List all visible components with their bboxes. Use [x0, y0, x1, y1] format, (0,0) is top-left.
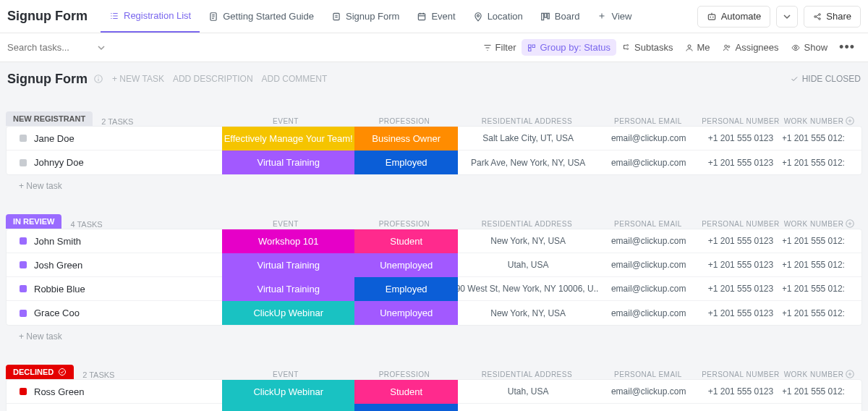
status-square-icon[interactable]	[20, 159, 27, 166]
work-number-cell[interactable]: +1 201 555 012:	[783, 308, 845, 318]
address-cell[interactable]: Utah, USA	[458, 260, 598, 270]
add-description-button[interactable]: ADD DESCRIPTION	[173, 74, 253, 84]
share-button[interactable]: Share	[804, 6, 861, 27]
name-cell[interactable]: Josh Green	[7, 260, 222, 271]
event-cell[interactable]: ClickUp Webinar	[222, 404, 354, 411]
filter-button[interactable]: Filter	[477, 39, 522, 56]
event-cell[interactable]: Virtual Training	[222, 151, 354, 174]
add-comment-button[interactable]: ADD COMMENT	[262, 74, 328, 84]
profession-cell[interactable]: Unemployed	[354, 253, 458, 277]
view-tab-view[interactable]: View	[589, 0, 641, 33]
column-header-event[interactable]: EVENT	[219, 370, 352, 378]
email-cell[interactable]: email@clickup.com	[598, 158, 699, 168]
table-row[interactable]: Robbie BlueVirtual TrainingEmployed90 We…	[7, 277, 861, 301]
table-row[interactable]: John SmithWorkshop 101StudentNew York, N…	[7, 229, 861, 253]
email-cell[interactable]: email@clickup.com	[598, 284, 699, 294]
name-cell[interactable]: Ross Green	[7, 386, 222, 397]
table-row[interactable]: Grace CooClickUp WebinarUnemployedNew Yo…	[7, 301, 861, 325]
address-cell[interactable]: Salt Lake City, UT, USA	[458, 133, 598, 143]
address-cell[interactable]: New York, NY, USA	[458, 236, 598, 246]
column-header-work-number[interactable]: WORK NUMBER	[783, 117, 845, 125]
add-column-button[interactable]	[845, 116, 862, 126]
view-tab-signup-form[interactable]: Signup Form	[323, 0, 408, 33]
personal-number-cell[interactable]: +1 201 555 0123	[699, 158, 782, 168]
email-cell[interactable]: email@clickup.com	[598, 133, 699, 143]
name-cell[interactable]: Johnyy Doe	[7, 157, 222, 168]
profession-cell[interactable]: Employed	[354, 151, 458, 174]
view-tab-getting-started-guide[interactable]: Getting Started Guide	[200, 0, 323, 33]
column-header-personal-email[interactable]: PERSONAL EMAIL	[597, 220, 699, 228]
table-row[interactable]: Jane DoeEffectively Manage Your Team!Bus…	[7, 127, 861, 151]
status-pill[interactable]: IN REVIEW	[6, 214, 61, 229]
address-cell[interactable]: Utah, USA	[458, 386, 598, 397]
work-number-cell[interactable]: +1 201 555 012:	[783, 386, 845, 397]
table-row[interactable]: Red SmithClickUp WebinarEmployedBrooklyn…	[7, 404, 861, 411]
profession-cell[interactable]: Business Owner	[354, 127, 458, 151]
column-header-profession[interactable]: PROFESSION	[352, 220, 456, 228]
email-cell[interactable]: email@clickup.com	[598, 236, 699, 246]
event-cell[interactable]: Virtual Training	[222, 277, 354, 301]
group-by-button[interactable]: Group by: Status	[522, 39, 616, 56]
view-tab-registration-list[interactable]: Registration List	[101, 0, 200, 33]
name-cell[interactable]: John Smith	[7, 236, 222, 247]
email-cell[interactable]: email@clickup.com	[598, 308, 699, 318]
column-header-event[interactable]: EVENT	[219, 117, 352, 125]
event-cell[interactable]: ClickUp Webinar	[222, 380, 354, 404]
name-cell[interactable]: Jane Doe	[7, 133, 222, 144]
status-square-icon[interactable]	[20, 261, 27, 268]
profession-cell[interactable]: Student	[354, 229, 458, 253]
profession-cell[interactable]: Unemployed	[354, 301, 458, 325]
view-tab-location[interactable]: Location	[464, 0, 532, 33]
address-cell[interactable]: Park Ave, New York, NY, USA	[458, 158, 598, 168]
name-cell[interactable]: Grace Coo	[7, 308, 222, 318]
automate-button[interactable]: Automate	[697, 6, 771, 27]
email-cell[interactable]: email@clickup.com	[598, 260, 699, 270]
info-icon[interactable]	[93, 74, 103, 84]
status-square-icon[interactable]	[20, 285, 27, 292]
column-header-profession[interactable]: PROFESSION	[352, 117, 456, 125]
column-header-work-number[interactable]: WORK NUMBER	[783, 370, 845, 378]
work-number-cell[interactable]: +1 201 555 012:	[783, 260, 845, 270]
event-cell[interactable]: Effectively Manage Your Team!	[222, 127, 354, 151]
personal-number-cell[interactable]: +1 201 555 0123	[699, 308, 782, 318]
status-pill[interactable]: DECLINED	[6, 365, 74, 379]
column-header-personal-email[interactable]: PERSONAL EMAIL	[597, 370, 699, 378]
hide-closed-button[interactable]: HIDE CLOSED	[790, 74, 861, 84]
column-header-profession[interactable]: PROFESSION	[352, 370, 456, 378]
column-header-residential-address[interactable]: RESIDENTIAL ADDRESS	[456, 117, 597, 125]
new-task-button[interactable]: + NEW TASK	[112, 74, 164, 84]
subtasks-button[interactable]: Subtasks	[616, 39, 678, 56]
email-cell[interactable]: email@clickup.com	[598, 386, 699, 397]
column-header-personal-number[interactable]: PERSONAL NUMBER	[699, 370, 783, 378]
table-row[interactable]: Johnyy DoeVirtual TrainingEmployedPark A…	[7, 151, 861, 174]
search-dropdown[interactable]	[94, 44, 109, 51]
show-button[interactable]: Show	[785, 39, 834, 56]
profession-cell[interactable]: Employed	[354, 277, 458, 301]
status-pill[interactable]: NEW REGISTRANT	[6, 111, 93, 126]
column-header-work-number[interactable]: WORK NUMBER	[783, 220, 845, 228]
status-square-icon[interactable]	[20, 310, 27, 317]
search-input[interactable]	[7, 39, 94, 56]
table-row[interactable]: Ross GreenClickUp WebinarStudentUtah, US…	[7, 380, 861, 404]
personal-number-cell[interactable]: +1 201 555 0123	[699, 133, 782, 143]
personal-number-cell[interactable]: +1 201 555 0123	[699, 284, 782, 294]
column-header-event[interactable]: EVENT	[219, 220, 352, 228]
event-cell[interactable]: Virtual Training	[222, 253, 354, 277]
status-square-icon[interactable]	[20, 135, 27, 142]
add-column-button[interactable]	[845, 219, 862, 229]
personal-number-cell[interactable]: +1 201 555 0123	[699, 386, 782, 397]
column-header-personal-number[interactable]: PERSONAL NUMBER	[699, 220, 783, 228]
column-header-residential-address[interactable]: RESIDENTIAL ADDRESS	[456, 370, 597, 378]
column-header-personal-number[interactable]: PERSONAL NUMBER	[699, 117, 783, 125]
name-cell[interactable]: Robbie Blue	[7, 284, 222, 295]
work-number-cell[interactable]: +1 201 555 012:	[783, 133, 845, 143]
view-tab-board[interactable]: Board	[532, 0, 589, 33]
table-row[interactable]: Josh GreenVirtual TrainingUnemployedUtah…	[7, 253, 861, 277]
more-menu[interactable]: •••	[833, 37, 861, 58]
work-number-cell[interactable]: +1 201 555 012:	[783, 158, 845, 168]
view-tab-event[interactable]: Event	[408, 0, 464, 33]
new-task-inline[interactable]: + New task	[6, 175, 862, 191]
status-square-icon[interactable]	[20, 237, 27, 245]
address-cell[interactable]: New York, NY, USA	[458, 308, 598, 318]
work-number-cell[interactable]: +1 201 555 012:	[783, 284, 845, 294]
